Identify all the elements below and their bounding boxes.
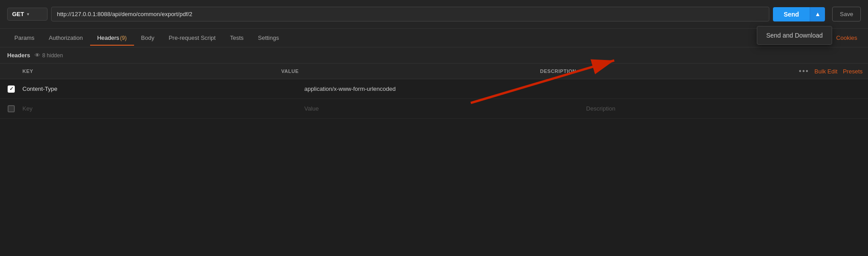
send-dropdown-icon: ▲: [815, 11, 820, 17]
tab-params[interactable]: Params: [7, 30, 42, 46]
table-header-key: KEY: [22, 68, 281, 74]
tab-authorization[interactable]: Authorization: [42, 30, 90, 46]
method-label: GET: [12, 11, 24, 17]
hidden-headers-badge: 👁 8 hidden: [35, 52, 63, 59]
url-bar: GET ▾ Send ▲ Save: [0, 0, 868, 29]
send-button-group: Send ▲: [773, 7, 825, 21]
table-header-value: VALUE: [281, 68, 540, 74]
send-and-download-label: Send and Download: [766, 32, 823, 39]
send-and-download-dropdown[interactable]: Send and Download: [757, 26, 832, 45]
bulk-edit-button[interactable]: Bulk Edit: [815, 68, 838, 75]
tab-pre-request-script[interactable]: Pre-request Script: [161, 30, 223, 46]
cookies-link[interactable]: Cookies: [833, 30, 861, 46]
table-placeholder-row: Key Value Description: [0, 99, 868, 119]
headers-section-label: Headers: [7, 52, 30, 59]
row-key-cell[interactable]: Content-Type: [22, 85, 304, 92]
table-header-description: DESCRIPTION: [540, 68, 799, 74]
placeholder-key-cell[interactable]: Key: [22, 105, 304, 112]
headers-bar: Headers 👁 8 hidden: [0, 47, 868, 64]
save-button[interactable]: Save: [832, 7, 861, 21]
row-value-cell[interactable]: application/x-www-form-urlencoded: [304, 85, 586, 92]
table-header: KEY VALUE DESCRIPTION ••• Bulk Edit Pres…: [0, 64, 868, 79]
table-actions: ••• Bulk Edit Presets: [799, 67, 868, 75]
row-checkbox[interactable]: [8, 85, 15, 93]
table-row: Content-Type application/x-www-form-urle…: [0, 79, 868, 99]
chevron-down-icon: ▾: [27, 12, 29, 17]
placeholder-check-cell: [0, 105, 22, 112]
tab-headers[interactable]: Headers(9): [90, 30, 134, 46]
presets-button[interactable]: Presets: [843, 68, 863, 75]
placeholder-value-cell[interactable]: Value: [304, 105, 586, 112]
eye-icon: 👁: [35, 52, 40, 59]
headers-badge: (9): [120, 35, 127, 41]
send-button[interactable]: Send: [773, 7, 810, 21]
tab-tests[interactable]: Tests: [223, 30, 251, 46]
hidden-count: 8 hidden: [42, 52, 63, 59]
method-selector[interactable]: GET ▾: [7, 8, 48, 21]
tab-settings[interactable]: Settings: [251, 30, 286, 46]
send-dropdown-button[interactable]: ▲: [810, 7, 825, 21]
tab-body[interactable]: Body: [134, 30, 162, 46]
more-options-icon[interactable]: •••: [799, 67, 809, 75]
row-check-cell: [0, 85, 22, 93]
placeholder-checkbox[interactable]: [8, 105, 15, 112]
url-input[interactable]: [51, 7, 769, 21]
placeholder-description-cell[interactable]: Description: [586, 105, 868, 112]
tab-bar: Params Authorization Headers(9) Body Pre…: [0, 29, 868, 47]
